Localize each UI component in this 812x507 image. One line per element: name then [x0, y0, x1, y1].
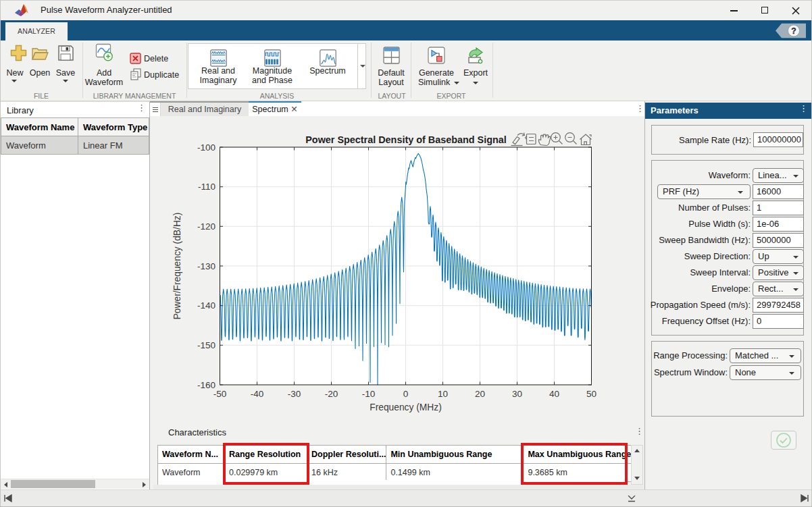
- svg-text:-50: -50: [213, 389, 227, 399]
- svg-text:20: 20: [475, 389, 485, 399]
- svg-text:Frequency (MHz): Frequency (MHz): [370, 402, 442, 412]
- svg-text:-140: -140: [197, 300, 215, 311]
- svg-text:40: 40: [549, 389, 559, 399]
- svg-text:-160: -160: [197, 380, 215, 390]
- svg-text:Power Spectral Density of Base: Power Spectral Density of Baseband Signa…: [305, 134, 507, 145]
- svg-text:10: 10: [438, 389, 448, 399]
- svg-text:-20: -20: [325, 389, 338, 399]
- svg-text:-150: -150: [197, 340, 215, 350]
- svg-text:-110: -110: [198, 182, 215, 192]
- svg-text:30: 30: [512, 389, 522, 399]
- svg-text:-30: -30: [288, 389, 301, 399]
- svg-text:-130: -130: [197, 261, 215, 271]
- svg-text:0: 0: [403, 389, 409, 399]
- svg-text:?: ?: [791, 26, 796, 36]
- svg-text:Power/Frequency (dB/Hz): Power/Frequency (dB/Hz): [172, 213, 182, 320]
- svg-text:-10: -10: [362, 389, 376, 399]
- svg-text:-100: -100: [197, 142, 215, 153]
- svg-text:-40: -40: [251, 389, 264, 399]
- svg-text:-120: -120: [197, 221, 215, 232]
- svg-text:50: 50: [586, 389, 597, 399]
